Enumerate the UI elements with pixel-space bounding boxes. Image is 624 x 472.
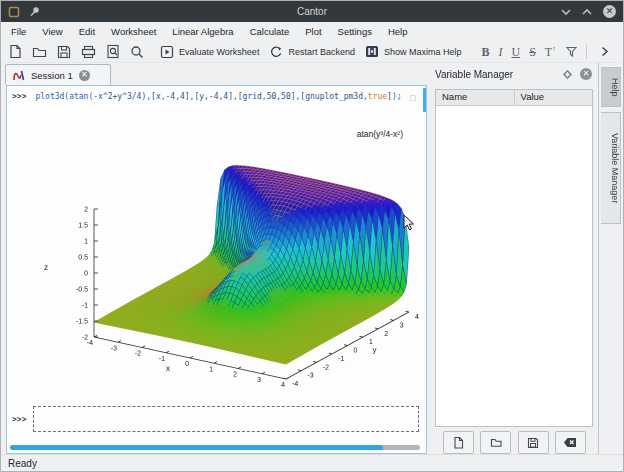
underline-button[interactable]: U: [511, 46, 520, 58]
maxima-icon: [12, 69, 25, 82]
command-entry-2[interactable]: >>>: [12, 406, 419, 432]
side-tab-help[interactable]: Help: [601, 67, 621, 107]
panel-header: Variable Manager ✕: [429, 63, 598, 85]
tabbar: Session 1 ✕: [1, 63, 428, 85]
command-code[interactable]: plot3d(atan(-x^2+y^3/4),[x,-4,4],[y,-4,4…: [35, 92, 401, 101]
variable-manager-panel: Variable Manager ✕ Name Value: [429, 63, 598, 454]
bold-button[interactable]: B: [481, 46, 489, 58]
superscript-button[interactable]: T↑: [545, 46, 556, 58]
toolbar-overflow-button[interactable]: [601, 46, 609, 57]
new-variables-button[interactable]: [443, 431, 474, 454]
save-button[interactable]: [57, 45, 71, 59]
print-preview-button[interactable]: [106, 44, 120, 59]
show-maxima-help-label: Show Maxima Help: [384, 47, 462, 57]
side-tab-variable-manager[interactable]: Variable Manager: [601, 112, 621, 224]
side-tab-strip: Help Variable Manager: [598, 63, 624, 454]
cell-action-icons[interactable]: + ▢: [397, 94, 419, 102]
maximize-button[interactable]: [582, 8, 592, 16]
menu-plot[interactable]: Plot: [297, 22, 329, 41]
table-header: Name Value: [436, 90, 592, 106]
menu-edit[interactable]: Edit: [71, 22, 103, 41]
statusbar: Ready: [1, 454, 623, 472]
strikethrough-button[interactable]: S: [529, 46, 536, 58]
print-button[interactable]: [81, 45, 96, 59]
clear-variables-button[interactable]: [555, 431, 586, 454]
folder-open-icon: [32, 45, 47, 58]
plot-3d-surface: [29, 112, 425, 404]
save-variables-button[interactable]: [518, 431, 549, 454]
minimize-button[interactable]: [561, 8, 571, 16]
restart-backend-label: Restart Backend: [288, 47, 355, 57]
find-button[interactable]: [130, 45, 144, 59]
status-text: Ready: [8, 458, 37, 469]
italic-button[interactable]: I: [498, 46, 502, 58]
mouse-cursor-icon: [403, 214, 415, 232]
new-document-icon: [8, 44, 22, 59]
open-button[interactable]: [32, 45, 47, 58]
print-preview-icon: [106, 44, 120, 59]
menubar: File View Edit Worksheet Linear Algebra …: [1, 22, 624, 41]
cell-focus-indicator: [423, 88, 426, 112]
text-color-button[interactable]: [565, 45, 578, 58]
session-progress-bar: [10, 445, 420, 450]
tab-close-icon[interactable]: ✕: [79, 70, 90, 81]
variables-table: Name Value: [435, 89, 593, 427]
session-progress-fill: [10, 445, 383, 450]
panel-title: Variable Manager: [435, 69, 562, 80]
worksheet: >>> plot3d(atan(-x^2+y^3/4),[x,-4,4],[y,…: [6, 85, 427, 454]
menu-help[interactable]: Help: [380, 22, 416, 41]
column-header-value[interactable]: Value: [515, 90, 593, 105]
float-panel-icon[interactable]: [562, 69, 573, 80]
menu-settings[interactable]: Settings: [330, 22, 380, 41]
prompt: >>>: [12, 415, 26, 424]
command-entry-1[interactable]: >>> plot3d(atan(-x^2+y^3/4),[x,-4,4],[y,…: [12, 92, 426, 101]
menu-linear-algebra[interactable]: Linear Algebra: [164, 22, 241, 41]
prompt: >>>: [12, 92, 26, 101]
tab-session-1[interactable]: Session 1 ✕: [5, 64, 111, 85]
panel-close-icon[interactable]: ✕: [580, 68, 592, 80]
new-document-button[interactable]: [8, 44, 22, 59]
restart-icon: [269, 45, 283, 59]
print-icon: [81, 45, 96, 59]
window-title: Cantor: [1, 6, 623, 17]
load-variables-button[interactable]: [480, 431, 511, 454]
toolbar: Evaluate Worksheet Restart Backend Show …: [1, 41, 623, 63]
cantor-window: Cantor ✕ File View Edit Worksheet Linear…: [0, 0, 624, 472]
evaluate-worksheet-button[interactable]: Evaluate Worksheet: [160, 45, 259, 59]
toolbar-separator: [586, 44, 587, 59]
search-icon: [130, 45, 144, 59]
close-button[interactable]: ✕: [603, 5, 616, 18]
menu-view[interactable]: View: [34, 22, 70, 41]
text-color-icon: [565, 45, 578, 58]
menu-calculate[interactable]: Calculate: [242, 22, 298, 41]
menu-worksheet[interactable]: Worksheet: [103, 22, 164, 41]
menu-file[interactable]: File: [3, 22, 34, 41]
show-maxima-help-button[interactable]: Show Maxima Help: [365, 45, 462, 58]
empty-command-input[interactable]: [33, 406, 419, 432]
column-header-name[interactable]: Name: [436, 90, 515, 105]
restart-backend-button[interactable]: Restart Backend: [269, 45, 355, 59]
save-icon: [57, 45, 71, 59]
evaluate-worksheet-label: Evaluate Worksheet: [179, 47, 259, 57]
titlebar: Cantor ✕: [1, 1, 623, 22]
play-icon: [160, 45, 174, 59]
panel-buttons: [443, 431, 586, 453]
tab-session-label: Session 1: [31, 70, 73, 81]
maxima-help-icon: [365, 45, 379, 58]
